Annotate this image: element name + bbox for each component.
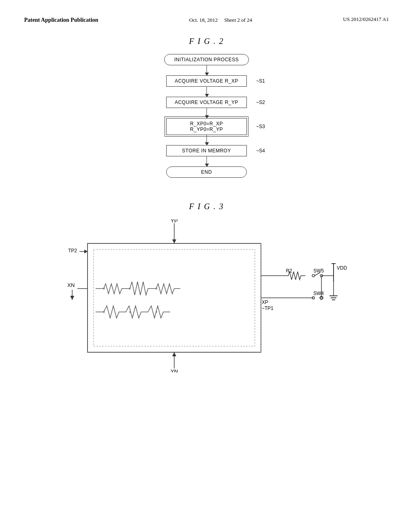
circuit-diagram: YP YN XN × × × — [55, 219, 358, 372]
sw4-label: SW4 — [313, 291, 324, 296]
sw5-circle-left — [312, 274, 315, 277]
flow-node-end: END — [166, 166, 247, 178]
x-mark-1: × — [103, 287, 105, 291]
publication-label: Patent Application Publication — [24, 16, 98, 24]
tp2-arrow — [84, 249, 88, 254]
xn-label: XN — [67, 282, 75, 288]
panel-outer — [88, 243, 261, 352]
arrow-4 — [206, 135, 207, 145]
fig2-section: F I G . 2 INITIALIZATION PROCESS ACQUIRE… — [24, 37, 389, 178]
resistor-bottom-line — [96, 306, 170, 318]
yn-arrow — [172, 352, 176, 356]
end-box: END — [166, 166, 247, 178]
xp-label: XP — [262, 299, 268, 305]
s2-box: ACQUIRE VOLTAGE R_YP — [166, 97, 247, 108]
yp-arrow — [172, 239, 176, 243]
step-s1-label: ~S1 — [256, 78, 265, 84]
arrow-2 — [206, 87, 207, 97]
x-mark-2: × — [129, 287, 131, 291]
tp1-label: ~TP1 — [262, 305, 273, 311]
circuit-svg: YP YN XN × × × — [55, 219, 358, 372]
page: Patent Application Publication Oct. 18, … — [0, 0, 413, 532]
arrow-5 — [206, 156, 207, 166]
flow-node-init: INITIALIZATION PROCESS — [164, 54, 249, 65]
arrow-3 — [206, 108, 207, 118]
x-mark-3: × — [155, 287, 158, 291]
step-s3-label: ~S3 — [256, 124, 265, 129]
patent-number: US 2012/0262417 A1 — [343, 16, 389, 23]
vdd-label: VDD — [337, 265, 347, 271]
yn-label: YN — [171, 368, 178, 372]
flow-node-s1: ACQUIRE VOLTAGE R_XP ~S1 — [166, 75, 247, 87]
pub-date: Oct. 18, 2012 — [189, 17, 218, 23]
resistor-top-line — [96, 282, 180, 295]
s3-box: R_XP0=R_XP R_YP0=R_YP — [166, 118, 247, 135]
flow-node-s2: ACQUIRE VOLTAGE R_YP ~S2 — [166, 97, 247, 108]
fig3-title: F I G . 3 — [24, 202, 389, 211]
flow-node-s4: STORE IN MEMROY ~S4 — [166, 145, 247, 156]
yp-label: YP — [171, 219, 177, 224]
xn-down-arrow — [70, 296, 74, 300]
s3-line2: R_YP0=R_YP — [175, 127, 238, 132]
tp2-label: TP2 — [68, 248, 77, 254]
fig3-section: F I G . 3 YP YN XN — [24, 202, 389, 372]
x-mark-6: × — [155, 310, 158, 314]
arrow-1 — [206, 65, 207, 75]
step-s4-label: ~S4 — [256, 148, 265, 154]
fig2-title: F I G . 2 — [24, 37, 389, 46]
sheet-info: Sheet 2 of 24 — [224, 17, 252, 23]
sw5-label: SW5 — [313, 268, 324, 274]
flow-node-s3: R_XP0=R_XP R_YP0=R_YP ~S3 — [166, 118, 247, 135]
s3-line1: R_XP0=R_XP — [175, 121, 238, 127]
step-s2-label: ~S2 — [256, 100, 265, 105]
init-box: INITIALIZATION PROCESS — [164, 54, 249, 65]
x-mark-4: × — [103, 310, 105, 314]
x-mark-5: × — [129, 310, 131, 314]
s4-box: STORE IN MEMROY — [166, 145, 247, 156]
panel-inner — [94, 249, 255, 346]
flowchart: INITIALIZATION PROCESS ACQUIRE VOLTAGE R… — [24, 54, 389, 178]
s1-box: ACQUIRE VOLTAGE R_XP — [166, 75, 247, 87]
page-header: Patent Application Publication Oct. 18, … — [24, 16, 389, 25]
date-sheet: Oct. 18, 2012 Sheet 2 of 24 — [189, 16, 252, 25]
